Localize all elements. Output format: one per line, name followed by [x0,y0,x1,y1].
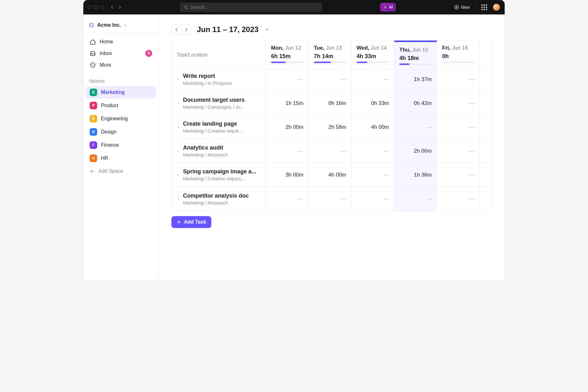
time-cell[interactable]: 4h 00m [352,115,394,139]
nav-more[interactable]: More [86,59,156,71]
task-path: Marketing / Research [183,200,249,205]
time-cell[interactable]: 3h 00m [266,163,309,187]
caret-right-icon[interactable] [177,78,180,81]
workspace-logo-icon [88,22,95,28]
day-progress-bar [314,62,346,63]
day-header[interactable]: Fri, Jun 16 0h [437,41,480,70]
time-cell[interactable]: — [437,91,480,115]
svg-point-6 [93,65,94,65]
space-item-label: Product [101,103,118,108]
time-cell[interactable]: — [266,68,309,91]
ai-button[interactable]: AI [380,3,396,12]
add-task-button[interactable]: Add Task [171,216,211,228]
caret-right-icon[interactable] [177,197,180,200]
space-item-hr[interactable]: H HR [86,152,156,165]
space-item-engineering[interactable]: E Engineering [86,112,156,125]
space-badge-icon: F [90,141,97,149]
day-header[interactable]: Tue, Jun 13 7h 14m [309,41,352,70]
day-header[interactable]: Thu, Jun 15 4h 18m [394,41,437,70]
time-cell[interactable]: — [394,115,437,139]
task-cell[interactable]: Document target users Marketing / Campai… [172,91,266,115]
next-week-button[interactable] [181,24,191,35]
back-button[interactable] [110,5,114,9]
chevron-down-icon[interactable] [265,27,269,32]
time-cell-overflow [480,163,490,187]
time-cell[interactable]: — [437,163,480,187]
day-total: 7h 14m [314,53,346,60]
time-cell[interactable]: — [437,187,480,211]
time-cell[interactable]: — [437,139,480,163]
time-cell-overflow [480,139,490,163]
minimize-dot[interactable] [94,5,98,9]
day-progress-bar [357,62,389,63]
day-header[interactable]: Mon, Jun 12 6h 15m [266,41,309,70]
nav-inbox[interactable]: Inbox 9 [86,47,156,59]
day-total: 4h 18m [399,55,432,62]
time-cell[interactable]: 2h 00m [266,115,309,139]
space-item-design[interactable]: D Design [86,126,156,138]
space-badge-icon: D [90,128,97,136]
time-cell[interactable]: 4h 00m [309,163,352,187]
time-cell[interactable]: — [352,163,394,187]
time-cell[interactable]: 1h 15m [266,91,309,115]
time-cell[interactable]: — [352,139,394,163]
app-body: Acme Inc. Home Inbox 9 [83,14,505,281]
task-cell[interactable]: Write report Marketing / In Progress [172,68,266,91]
close-dot[interactable] [88,5,92,9]
time-cell[interactable]: 1h 37m [394,68,437,91]
space-item-label: HR [101,155,108,161]
nav-home[interactable]: Home [86,36,156,47]
day-dow: Mon, Jun 12 [271,45,303,51]
task-name: Document target users [183,97,245,103]
caret-right-icon[interactable] [177,126,180,129]
global-search[interactable] [180,3,322,12]
time-cell[interactable]: — [309,68,352,91]
forward-button[interactable] [118,5,122,9]
time-cell[interactable]: 0h 33m [352,91,394,115]
time-cell[interactable]: — [437,115,480,139]
task-cell[interactable]: Analytics audit Marketing / Research [172,139,266,163]
task-cell[interactable]: Spring campaign image a... Marketing / C… [172,163,266,187]
task-cell[interactable]: Create landing page Marketing / Creative… [172,115,266,139]
space-item-label: Design [101,129,117,135]
user-avatar[interactable] [493,3,500,11]
space-item-finance[interactable]: F Finance [86,139,156,151]
search-input[interactable] [191,5,318,10]
caret-right-icon[interactable] [177,173,180,177]
time-cell[interactable]: 2h 58m [309,115,352,139]
space-item-product[interactable]: P Product [86,99,156,112]
day-progress-bar [271,62,303,63]
workspace-switcher[interactable]: Acme Inc. [83,19,158,33]
time-value: — [298,76,303,83]
time-cell[interactable]: — [266,187,309,211]
caret-right-icon[interactable] [177,150,180,153]
task-cell[interactable]: Competitor analysis doc Marketing / Rese… [172,187,266,211]
task-name: Analytics audit [183,144,228,151]
prev-week-button[interactable] [171,24,181,35]
time-cell[interactable]: — [352,187,394,211]
day-total: 6h 15m [271,53,303,60]
time-value: — [469,148,474,154]
day-dow: Tue, Jun 13 [314,45,346,51]
caret-right-icon[interactable] [177,102,180,105]
add-space-button[interactable]: Add Space [83,165,158,177]
time-cell[interactable]: 2h 00m [394,139,437,163]
time-cell[interactable]: — [266,139,309,163]
time-cell[interactable]: — [352,68,394,91]
time-cell[interactable]: — [437,68,480,91]
new-button[interactable]: New [454,5,470,10]
day-header[interactable]: Wed, Jun 14 4h 33m [352,41,394,70]
space-item-marketing[interactable]: D Marketing [86,86,156,99]
spaces-heading: Spaces [83,74,158,85]
apps-icon[interactable] [481,4,487,10]
zoom-dot[interactable] [100,5,104,9]
time-cell[interactable]: 0h 42m [394,91,437,115]
time-cell[interactable]: 1h 36m [394,163,437,187]
date-range-bar: Jun 11 – 17, 2023 [171,14,492,40]
time-cell[interactable]: — [309,139,352,163]
time-value: — [298,148,303,154]
task-name: Create landing page [183,121,242,127]
time-cell[interactable]: 0h 16m [309,91,352,115]
time-cell[interactable]: — [394,187,437,211]
time-cell[interactable]: — [309,187,352,211]
